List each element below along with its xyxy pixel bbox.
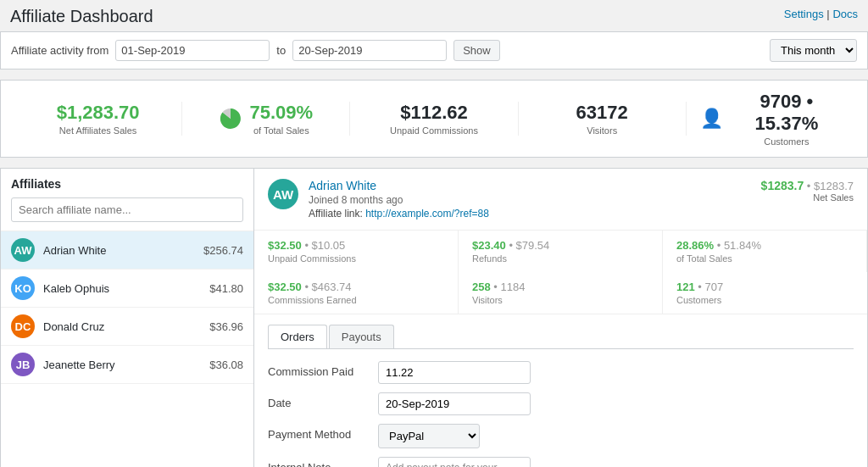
date-input[interactable]: [378, 392, 531, 415]
detail-stat-unpaid: $32.50 • $10.05 Unpaid Commissions: [254, 231, 459, 272]
pie-pct-value: 75.09%: [249, 102, 313, 124]
detail-stat-total-sales-pct: 28.86% • 51.84% of Total Sales: [663, 231, 867, 272]
docs-link[interactable]: Docs: [832, 8, 858, 20]
commission-paid-input[interactable]: [378, 361, 531, 384]
date-filter-label: Affiliate activity from: [11, 44, 108, 57]
from-date-input[interactable]: [115, 40, 270, 61]
stat-main-total-pct: 28.86% • 51.84%: [676, 239, 853, 252]
detail-stat-commissions-earned: $32.50 • $463.74 Commissions Earned: [254, 272, 459, 314]
payout-form: Commission Paid Date Payment Method: [254, 349, 867, 467]
stat-label-earned: Commissions Earned: [268, 295, 444, 305]
affiliate-list: AW Adrian White $256.74 KO Kaleb Ophuis …: [1, 231, 253, 384]
tabs-area: Orders Payouts: [254, 314, 867, 349]
show-button[interactable]: Show: [453, 40, 500, 61]
period-select[interactable]: This month Last month This year Custom: [770, 39, 857, 62]
affiliate-name: Adrian White: [43, 244, 203, 257]
tab-payouts[interactable]: Payouts: [329, 325, 394, 348]
main-content: Affiliates AW Adrian White $256.74 KO Ka…: [0, 168, 868, 467]
period-selector: This month Last month This year Custom: [770, 39, 857, 62]
affiliate-link-url[interactable]: http://example.com/?ref=88: [365, 208, 489, 220]
customers-label: Customers: [733, 136, 840, 147]
commission-paid-row: Commission Paid: [268, 361, 854, 384]
page-title: Affiliate Dashboard: [10, 7, 858, 26]
affiliates-title: Affiliates: [11, 177, 243, 191]
net-sales-label: Net Sales: [761, 192, 854, 203]
date-filter-bar: Affiliate activity from to Show This mon…: [0, 31, 868, 69]
tabs: Orders Payouts: [268, 325, 854, 349]
affiliate-name: Jeanette Berry: [43, 359, 209, 371]
unpaid-commissions-value: $112.62: [364, 102, 504, 124]
search-input[interactable]: [11, 197, 243, 222]
to-date-input[interactable]: [292, 40, 447, 61]
affiliate-name: Donald Cruz: [43, 320, 209, 333]
commission-paid-label: Commission Paid: [268, 361, 378, 378]
net-sales-value: $1,283.70: [28, 102, 168, 124]
stat-main-earned: $32.50 • $463.74: [268, 281, 444, 293]
page-header: Affiliate Dashboard Settings | Docs: [0, 0, 868, 31]
detail-stat-refunds: $23.40 • $79.54 Refunds: [459, 231, 663, 272]
affiliate-amount: $36.96: [209, 320, 243, 333]
avatar: JB: [11, 353, 35, 376]
stat-customers: 👤 9709 • 15.37% Customers: [687, 91, 854, 147]
stat-total-sales: 75.09% of Total Sales: [182, 102, 350, 136]
affiliate-details: Adrian White Joined 8 months ago Affilia…: [309, 179, 489, 220]
link-separator: |: [826, 8, 829, 20]
list-item[interactable]: AW Adrian White $256.74: [1, 231, 253, 270]
internal-note-label: Internal Note: [268, 457, 378, 467]
affiliate-detail-link: Affiliate link: http://example.com/?ref=…: [309, 208, 489, 220]
stat-main-refunds: $23.40 • $79.54: [472, 239, 648, 252]
internal-note-control: Add payout note for your reference: [378, 457, 854, 467]
date-row: Date: [268, 392, 854, 415]
avatar: DC: [11, 314, 35, 338]
avatar: AW: [11, 238, 35, 262]
stat-main-unpaid: $32.50 • $10.05: [268, 239, 444, 252]
affiliates-header: Affiliates: [1, 169, 253, 231]
detail-stat-customers: 121 • 707 Customers: [663, 272, 867, 314]
avatar: KO: [11, 276, 35, 300]
affiliate-amount: $36.08: [209, 359, 243, 371]
detail-stat-visitors: 258 • 1184 Visitors: [459, 272, 663, 314]
internal-note-textarea[interactable]: Add payout note for your reference: [378, 457, 531, 467]
header-links: Settings | Docs: [784, 8, 858, 20]
unpaid-commissions-label: Unpaid Commissions: [364, 125, 504, 136]
visitors-label: Visitors: [532, 125, 672, 136]
affiliate-detail-name[interactable]: Adrian White: [309, 179, 376, 192]
affiliate-amount: $256.74: [203, 244, 243, 257]
visitors-value: 63172: [532, 102, 672, 124]
list-item[interactable]: DC Donald Cruz $36.96: [1, 308, 253, 346]
to-label: to: [276, 44, 286, 57]
stat-main-customers: 121 • 707: [676, 281, 854, 293]
date-control: [378, 392, 854, 415]
stat-label-refunds: Refunds: [472, 253, 648, 264]
net-sales-line: $1283.7 • $1283.7: [761, 179, 854, 192]
net-sales-prev: • $1283.7: [807, 180, 854, 192]
stats-row: $1,283.70 Net Affiliates Sales 75.09% of…: [0, 80, 868, 158]
stat-main-visitors: 258 • 1184: [472, 281, 648, 293]
payment-method-label: Payment Method: [268, 424, 378, 441]
detail-panel: AW Adrian White Joined 8 months ago Affi…: [254, 168, 868, 467]
affiliate-name: Kaleb Ophuis: [43, 282, 209, 295]
affiliate-amount: $41.80: [209, 282, 243, 295]
date-label: Date: [268, 392, 378, 409]
stat-label-unpaid: Unpaid Commissions: [268, 253, 444, 264]
stat-visitors: 63172 Visitors: [519, 102, 687, 136]
list-item[interactable]: JB Jeanette Berry $36.08: [1, 346, 253, 384]
affiliate-info: AW Adrian White Joined 8 months ago Affi…: [268, 179, 489, 220]
net-sales-label: Net Affiliates Sales: [28, 125, 168, 136]
customers-stat-inline: 👤 9709 • 15.37% Customers: [700, 91, 840, 147]
detail-stats: $32.50 • $10.05 Unpaid Commissions $23.4…: [254, 231, 867, 314]
payment-method-select[interactable]: PayPal Check Bank Transfer: [378, 424, 480, 448]
stat-label-customers: Customers: [676, 295, 854, 305]
affiliate-avatar-large: AW: [268, 179, 298, 209]
net-sales-value: $1283.7: [761, 179, 804, 192]
detail-header: AW Adrian White Joined 8 months ago Affi…: [254, 169, 867, 231]
pie-stat-inline: 75.09% of Total Sales: [196, 102, 336, 136]
person-icon: 👤: [700, 108, 723, 130]
tab-orders[interactable]: Orders: [268, 325, 327, 348]
payment-method-control: PayPal Check Bank Transfer: [378, 424, 854, 448]
stat-unpaid-commissions: $112.62 Unpaid Commissions: [350, 102, 518, 136]
stat-label-total-pct: of Total Sales: [676, 253, 853, 264]
list-item[interactable]: KO Kaleb Ophuis $41.80: [1, 270, 253, 308]
settings-link[interactable]: Settings: [784, 8, 824, 20]
affiliate-detail-joined: Joined 8 months ago: [309, 194, 489, 206]
